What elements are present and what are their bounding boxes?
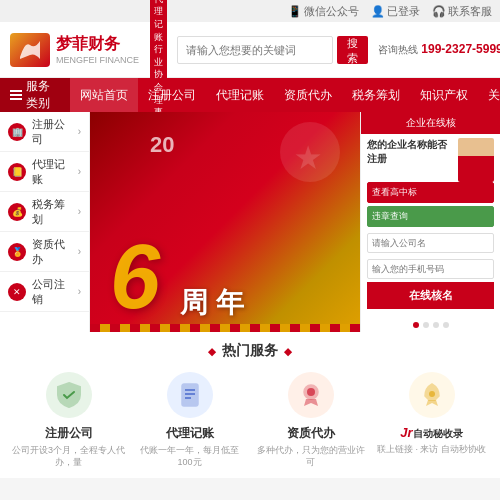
service-desc-qualification: 多种代办，只为您的营业许可 bbox=[254, 445, 367, 468]
dot-4[interactable] bbox=[443, 322, 449, 328]
section-title: ◆ 热门服务 ◆ bbox=[12, 342, 488, 360]
chevron-right-icon: › bbox=[78, 166, 81, 177]
svg-point-5 bbox=[307, 388, 315, 396]
hero-banner: 20 6 周 年 ★ bbox=[90, 112, 360, 332]
main-area: 🏢 注册公司 › 📒 代理记账 › 💰 税务筹划 › 🏅 资质代办 › ✕ 公司… bbox=[0, 112, 500, 332]
online-register-button[interactable]: 在线核名 bbox=[367, 282, 494, 309]
chevron-right-icon: › bbox=[78, 246, 81, 257]
nav-item-about[interactable]: 关于我们 bbox=[478, 78, 500, 112]
shield-icon bbox=[46, 372, 92, 418]
rocket-icon bbox=[409, 372, 455, 418]
contact-link[interactable]: 🎧 联系客服 bbox=[432, 4, 492, 19]
logo-area: 梦菲财务 MENGFEI FINANCE bbox=[10, 33, 140, 67]
sidebar-item-register[interactable]: 🏢 注册公司 › bbox=[0, 112, 89, 152]
search-area: 搜索 bbox=[177, 36, 368, 64]
badge-icon: 🏅 bbox=[8, 243, 26, 261]
service-card-qualification[interactable]: 资质代办 多种代办，只为您的营业许可 bbox=[254, 370, 367, 468]
dot-2[interactable] bbox=[423, 322, 429, 328]
hero-year: 20 bbox=[150, 132, 174, 158]
building-icon: 🏢 bbox=[8, 123, 26, 141]
logo-text-group: 梦菲财务 MENGFEI FINANCE bbox=[56, 34, 139, 65]
chevron-right-icon: › bbox=[78, 286, 81, 297]
user-icon: 👤 bbox=[371, 5, 385, 18]
consultant-body: 您的企业名称能否注册 查看高中标 违章查询 在线核名 bbox=[361, 134, 500, 318]
top-bar: 📱 微信公众号 👤 已登录 🎧 联系客服 bbox=[0, 0, 500, 22]
menu-button[interactable]: 服务类别 bbox=[0, 78, 70, 112]
company-name-input[interactable] bbox=[367, 233, 494, 253]
hot-section: ◆ 热门服务 ◆ 注册公司 公司开设3个月，全程专人代办，量 代理记账 代账一年… bbox=[0, 332, 500, 478]
hamburger-icon bbox=[10, 90, 22, 100]
violation-query-button[interactable]: 违章查询 bbox=[367, 206, 494, 227]
brand-sub: MENGFEI FINANCE bbox=[56, 55, 139, 65]
search-button[interactable]: 搜索 bbox=[337, 36, 368, 64]
consultant-actions: 查看高中标 违章查询 bbox=[367, 182, 494, 279]
diamond-right-icon: ◆ bbox=[284, 346, 292, 357]
tax-icon: 💰 bbox=[8, 203, 26, 221]
chevron-right-icon: › bbox=[78, 206, 81, 217]
service-name-auto: Jr自动秘收录 bbox=[375, 425, 488, 441]
hero-ribbon bbox=[90, 324, 360, 332]
nav-item-register[interactable]: 注册公司 bbox=[138, 78, 206, 112]
brand-name: 梦菲财务 bbox=[56, 34, 139, 55]
svg-point-6 bbox=[429, 391, 435, 397]
diamond-left-icon: ◆ bbox=[208, 346, 216, 357]
avatar bbox=[458, 138, 494, 182]
nav-item-qualification[interactable]: 资质代办 bbox=[274, 78, 342, 112]
book-service-icon bbox=[167, 372, 213, 418]
dot-3[interactable] bbox=[433, 322, 439, 328]
header: 梦菲财务 MENGFEI FINANCE 重庆市代理记账行业协会理事单位 搜索 … bbox=[0, 22, 500, 78]
hotline: 咨询热线 199-2327-5999 bbox=[378, 42, 498, 57]
hero-number: 6 bbox=[110, 232, 160, 322]
service-desc-register: 公司开设3个月，全程专人代办，量 bbox=[12, 445, 125, 468]
wechat-icon: 📱 bbox=[288, 5, 302, 18]
service-card-auto[interactable]: Jr自动秘收录 联上链接 · 来访 自动秒协收 bbox=[375, 370, 488, 468]
sidebar-item-accounting[interactable]: 📒 代理记账 › bbox=[0, 152, 89, 192]
sidebar-item-cancel[interactable]: ✕ 公司注销 › bbox=[0, 272, 89, 312]
right-panel: 企业在线核 您的企业名称能否注册 查看高中标 违章查询 在线核名 bbox=[360, 112, 500, 332]
sidebar-item-tax[interactable]: 💰 税务筹划 › bbox=[0, 192, 89, 232]
consultant-header: 企业在线核 bbox=[361, 112, 500, 134]
service-desc-accounting: 代账一年一年，每月低至100元 bbox=[133, 445, 246, 468]
sidebar: 🏢 注册公司 › 📒 代理记账 › 💰 税务筹划 › 🏅 资质代办 › ✕ 公司… bbox=[0, 112, 90, 332]
highlight-button[interactable]: 查看高中标 bbox=[367, 182, 494, 203]
hero-chinese: 周 年 bbox=[180, 284, 244, 322]
login-link[interactable]: 👤 已登录 bbox=[371, 4, 420, 19]
logo-image bbox=[10, 33, 50, 67]
sidebar-item-qualification[interactable]: 🏅 资质代办 › bbox=[0, 232, 89, 272]
service-icon-accounting bbox=[165, 370, 215, 420]
phone-input[interactable] bbox=[367, 259, 494, 279]
service-icon-auto bbox=[407, 370, 457, 420]
svg-rect-0 bbox=[182, 384, 198, 406]
nav-item-home[interactable]: 网站首页 bbox=[70, 78, 138, 112]
nav-items: 网站首页 注册公司 代理记账 资质代办 税务筹划 知识产权 关于我们 bbox=[70, 78, 500, 112]
badge-service-icon bbox=[288, 372, 334, 418]
cancel-icon: ✕ bbox=[8, 283, 26, 301]
services-grid: 注册公司 公司开设3个月，全程专人代办，量 代理记账 代账一年一年，每月低至10… bbox=[12, 370, 488, 468]
search-input[interactable] bbox=[177, 36, 333, 64]
service-icon-register bbox=[44, 370, 94, 420]
dot-1[interactable] bbox=[413, 322, 419, 328]
dot-indicators bbox=[361, 318, 500, 332]
service-card-register[interactable]: 注册公司 公司开设3个月，全程专人代办，量 bbox=[12, 370, 125, 468]
headset-icon: 🎧 bbox=[432, 5, 446, 18]
avatar-image bbox=[458, 138, 494, 182]
book-icon: 📒 bbox=[8, 163, 26, 181]
wechat-link[interactable]: 📱 微信公众号 bbox=[288, 4, 359, 19]
service-name-accounting: 代理记账 bbox=[133, 425, 246, 442]
nav-item-accounting[interactable]: 代理记账 bbox=[206, 78, 274, 112]
service-icon-qualification bbox=[286, 370, 336, 420]
service-name-qualification: 资质代办 bbox=[254, 425, 367, 442]
service-desc-auto: 联上链接 · 来访 自动秒协收 bbox=[375, 444, 488, 456]
nav-item-tax[interactable]: 税务筹划 bbox=[342, 78, 410, 112]
nav-item-ip[interactable]: 知识产权 bbox=[410, 78, 478, 112]
main-nav: 服务类别 网站首页 注册公司 代理记账 资质代办 税务筹划 知识产权 关于我们 … bbox=[0, 78, 500, 112]
service-card-accounting[interactable]: 代理记账 代账一年一年，每月低至100元 bbox=[133, 370, 246, 468]
service-name-register: 注册公司 bbox=[12, 425, 125, 442]
chevron-right-icon: › bbox=[78, 126, 81, 137]
